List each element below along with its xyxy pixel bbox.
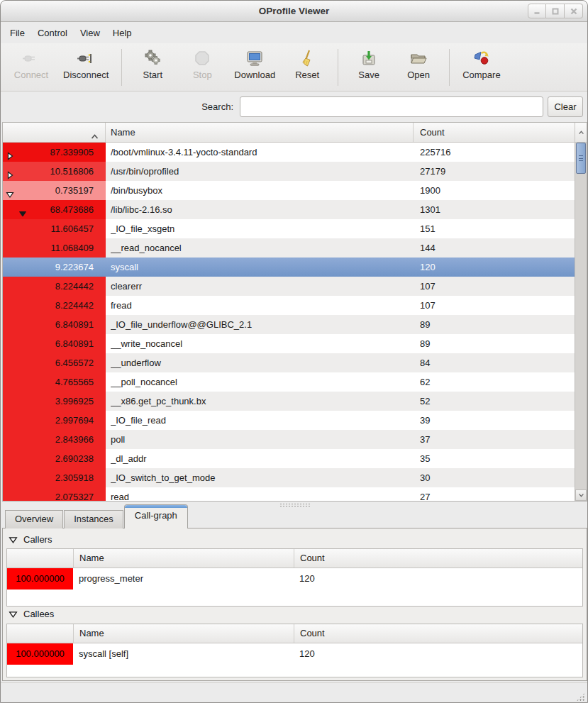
- tree-header: Name Count: [3, 123, 587, 143]
- search-label: Search:: [201, 92, 233, 121]
- name-cell: _IO_switch_to_get_mode: [111, 468, 409, 487]
- disconnect-button[interactable]: Disconnect: [56, 46, 116, 89]
- callers-row[interactable]: 100.000000 progress_meter 120: [7, 568, 582, 589]
- clear-button[interactable]: Clear: [548, 96, 583, 117]
- callee-count: 120: [299, 643, 315, 665]
- menu-file[interactable]: File: [4, 23, 31, 43]
- count-cell: 120: [420, 258, 436, 277]
- tree-row-fread[interactable]: 8.224442fread107: [3, 296, 575, 315]
- tree-row-io-file-xsgetn[interactable]: 11.606457_IO_file_xsgetn151: [3, 219, 575, 238]
- tab-call-graph[interactable]: Call-graph: [124, 504, 188, 528]
- callers-column-name[interactable]: Name: [73, 549, 277, 568]
- tree-rows: 87.339905/boot/vmlinux-3.4.11-yocto-stan…: [3, 143, 575, 501]
- tab-instances[interactable]: Instances: [64, 510, 123, 528]
- callees-column-name[interactable]: Name: [73, 624, 277, 643]
- expander-closed-icon[interactable]: [6, 167, 14, 175]
- statusbar: [1, 682, 587, 703]
- callers-column-count[interactable]: Count: [294, 549, 582, 568]
- column-header-count[interactable]: Count: [413, 123, 575, 142]
- save-button[interactable]: Save: [344, 46, 394, 89]
- search-bar: Search: Clear: [1, 92, 587, 121]
- column-header-name[interactable]: Name: [105, 123, 413, 142]
- stop-icon: [193, 49, 211, 67]
- percent-cell: 2.997694: [3, 411, 106, 430]
- toolbar-button-label: Compare: [462, 70, 500, 80]
- tree-row-io-file-read[interactable]: 2.997694_IO_file_read39: [3, 411, 575, 430]
- percent-cell: 8.224442: [3, 277, 106, 296]
- name-cell: _IO_file_read: [111, 411, 409, 430]
- name-cell: __read_nocancel: [111, 238, 409, 258]
- search-input[interactable]: [240, 96, 543, 117]
- name-cell: poll: [111, 430, 409, 449]
- tab-overview[interactable]: Overview: [5, 510, 63, 528]
- start-icon: [143, 49, 162, 67]
- percent-cell: 2.690238: [3, 449, 106, 468]
- toolbar-button-label: Save: [358, 70, 379, 80]
- download-button[interactable]: Download: [227, 46, 282, 89]
- percent-value: 2.997694: [55, 415, 94, 426]
- tree-row-io-switch-to-get-mode[interactable]: 2.305918_IO_switch_to_get_mode30: [3, 468, 575, 487]
- column-header-percent[interactable]: [3, 123, 105, 142]
- callees-row[interactable]: 100.000000 syscall [self] 120: [7, 643, 582, 665]
- tree-row-read-nocancel[interactable]: 11.068409__read_nocancel144: [3, 238, 575, 258]
- percent-cell: 10.516806: [3, 162, 106, 181]
- titlebar[interactable]: OProfile Viewer: [1, 1, 587, 22]
- name-cell: _dl_addr: [111, 449, 409, 468]
- scroll-down-button[interactable]: [575, 489, 587, 501]
- callers-table-header: Name Count: [7, 549, 582, 568]
- percent-cell: 100.000000: [7, 643, 73, 665]
- close-button[interactable]: [565, 4, 583, 18]
- tree-row-bin-busybox[interactable]: 0.735197/bin/busybox1900: [3, 181, 575, 200]
- download-icon: [245, 49, 264, 67]
- tree-row-usr-bin-oprofiled[interactable]: 10.516806/usr/bin/oprofiled27179: [3, 162, 575, 181]
- percent-cell: 2.843966: [3, 430, 106, 449]
- tree-row-boot-vmlinux-3-4-11-yocto-standard[interactable]: 87.339905/boot/vmlinux-3.4.11-yocto-stan…: [3, 143, 575, 162]
- tree-row-x86-get-pc-thunk-bx[interactable]: 3.996925__x86.get_pc_thunk.bx52: [3, 392, 575, 411]
- menu-control[interactable]: Control: [31, 23, 74, 43]
- tree-row-syscall[interactable]: 9.223674syscall120: [3, 258, 575, 277]
- name-cell: _IO_file_xsgetn: [111, 219, 409, 238]
- expander-open-icon: [9, 609, 18, 619]
- expander-open-icon[interactable]: [18, 205, 27, 214]
- percent-value: 11.606457: [51, 223, 94, 234]
- percent-cell: 11.068409: [3, 238, 106, 258]
- percent-value: 0.735197: [55, 185, 94, 196]
- percent-value: 2.305918: [55, 472, 94, 483]
- minimize-button[interactable]: [528, 4, 546, 18]
- count-cell: 89: [420, 334, 430, 353]
- percent-cell: 11.606457: [3, 219, 106, 238]
- vertical-scrollbar[interactable]: [575, 143, 587, 501]
- expander-closed-icon[interactable]: [6, 148, 14, 156]
- resize-grip[interactable]: [576, 692, 585, 702]
- tree-row-underflow[interactable]: 6.456572__underflow84: [3, 353, 575, 372]
- tree-row-dl-addr[interactable]: 2.690238_dl_addr35: [3, 449, 575, 468]
- percent-cell: 2.075327: [3, 487, 106, 501]
- menu-help[interactable]: Help: [106, 23, 138, 43]
- callees-column-count[interactable]: Count: [294, 624, 582, 643]
- call-graph-panel: Callers Name Count 100.000000 progress_m…: [2, 528, 587, 681]
- reset-icon: [298, 49, 316, 67]
- expander-open-icon[interactable]: [6, 186, 14, 194]
- tree-row-io-file-underflow-glibc-2-1[interactable]: 6.840891_IO_file_underflow@@GLIBC_2.189: [3, 315, 575, 334]
- maximize-button[interactable]: [546, 4, 565, 18]
- tree-row-lib-libc-2-16-so[interactable]: 68.473686/lib/libc-2.16.so1301: [3, 200, 575, 219]
- callers-expander[interactable]: Callers: [9, 534, 52, 545]
- tree-row-read[interactable]: 2.075327read27: [3, 487, 575, 501]
- scrollbar-thumb[interactable]: [576, 143, 586, 174]
- start-button[interactable]: Start: [128, 46, 177, 89]
- open-button[interactable]: Open: [394, 46, 443, 89]
- compare-button[interactable]: Compare: [455, 46, 507, 89]
- percent-value: 87.339905: [50, 147, 94, 157]
- reset-button[interactable]: Reset: [282, 46, 332, 89]
- tree-row-poll-nocancel[interactable]: 4.765565__poll_nocancel62: [3, 372, 575, 392]
- tree-row-write-nocancel[interactable]: 6.840891__write_nocancel89: [3, 334, 575, 353]
- callees-expander[interactable]: Callees: [9, 609, 54, 619]
- percent-cell: 6.840891: [3, 334, 106, 353]
- tree-row-clearerr[interactable]: 8.224442clearerr107: [3, 277, 575, 296]
- name-cell: __poll_nocancel: [111, 372, 409, 392]
- name-cell: fread: [111, 296, 409, 315]
- count-cell: 1900: [420, 181, 440, 200]
- tree-row-poll[interactable]: 2.843966poll37: [3, 430, 575, 449]
- scroll-up-button[interactable]: [575, 123, 587, 142]
- menu-view[interactable]: View: [74, 23, 106, 43]
